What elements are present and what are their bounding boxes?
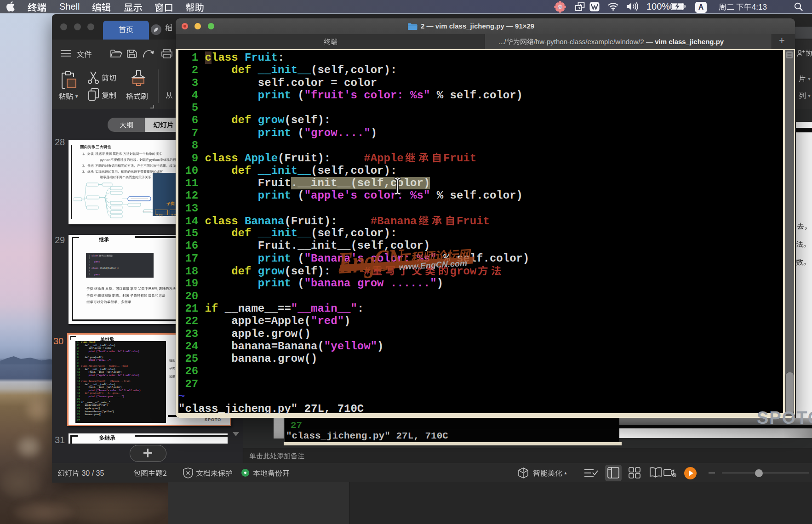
svg-text:ev: ev [558, 5, 562, 9]
